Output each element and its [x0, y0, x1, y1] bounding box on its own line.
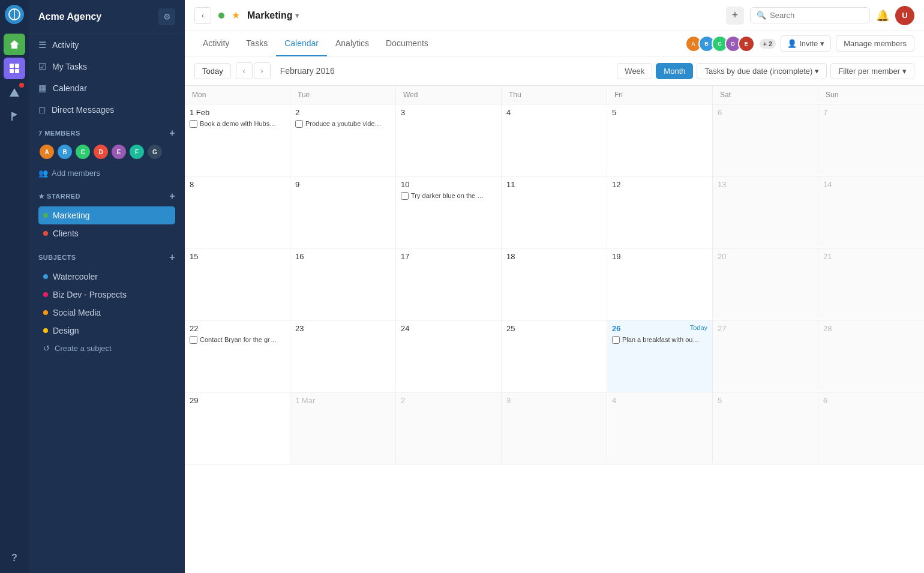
project-name[interactable]: Marketing ▾ — [247, 10, 299, 21]
cal-cell-mar2[interactable]: 2 — [396, 392, 502, 464]
cal-cell-feb5[interactable]: 5 — [607, 104, 713, 176]
member-avatar-4[interactable]: D — [92, 143, 109, 160]
grid-nav-icon[interactable] — [4, 58, 25, 79]
tasks-filter-label: Tasks by due date (incomplete) — [704, 67, 812, 76]
app-logo[interactable] — [5, 5, 24, 24]
member-avatar-6[interactable]: F — [128, 143, 145, 160]
flag-nav-icon[interactable] — [4, 106, 25, 127]
subject-bizdev[interactable]: Biz Dev - Prospects — [38, 286, 175, 304]
cal-cell-feb19[interactable]: 19 — [607, 248, 713, 320]
tab-documents[interactable]: Documents — [377, 31, 437, 56]
tab-tasks[interactable]: Tasks — [238, 31, 276, 56]
task-contact-bryan[interactable]: Contact Bryan for the greeti — [190, 335, 285, 344]
sidebar-item-activity[interactable]: ☰ Activity — [29, 34, 185, 56]
task-hubspot[interactable]: Book a demo with Hubspot — [190, 119, 285, 128]
next-month-button[interactable]: › — [254, 62, 271, 79]
cal-cell-feb3[interactable]: 3 — [396, 104, 502, 176]
task-darker-blue[interactable]: Try darker blue on the mobil — [401, 191, 496, 200]
cal-cell-feb28[interactable]: 28 — [818, 320, 924, 392]
cal-cell-mar4[interactable]: 4 — [607, 392, 713, 464]
cal-cell-feb6[interactable]: 6 — [713, 104, 818, 176]
add-members-button[interactable]: 👥 Add members — [38, 165, 175, 181]
search-input[interactable] — [770, 11, 863, 20]
cal-cell-feb9[interactable]: 9 — [290, 176, 396, 248]
member-avatar-1[interactable]: A — [38, 143, 55, 160]
cal-cell-feb8[interactable]: 8 — [185, 176, 290, 248]
cal-cell-feb17[interactable]: 17 — [396, 248, 502, 320]
cal-cell-feb20[interactable]: 20 — [713, 248, 818, 320]
cal-cell-mar3[interactable]: 3 — [502, 392, 607, 464]
task-checkbox-youtube[interactable] — [295, 120, 303, 128]
help-icon[interactable]: ? — [11, 553, 17, 563]
member-avatar-2[interactable]: B — [56, 143, 73, 160]
tab-calendar[interactable]: Calendar — [276, 31, 327, 56]
tasks-filter-button[interactable]: Tasks by due date (incomplete) ▾ — [697, 63, 827, 79]
search-icon: 🔍 — [757, 11, 766, 20]
task-checkbox-contact-bryan[interactable] — [190, 336, 197, 344]
member-avatar-5[interactable]: E — [110, 143, 127, 160]
cal-cell-feb13[interactable]: 13 — [713, 176, 818, 248]
prev-month-button[interactable]: ‹ — [236, 62, 253, 79]
cal-cell-feb29[interactable]: 29 — [185, 392, 290, 464]
cal-cell-feb10[interactable]: 10 Try darker blue on the mobil — [396, 176, 502, 248]
sidebar-item-calendar[interactable]: ▦ Calendar — [29, 77, 185, 99]
cal-cell-feb22[interactable]: 22 Contact Bryan for the greeti — [185, 320, 290, 392]
triangle-nav-icon[interactable] — [4, 82, 25, 103]
cal-cell-feb21[interactable]: 21 — [818, 248, 924, 320]
user-avatar[interactable]: U — [895, 6, 914, 25]
tab-activity[interactable]: Activity — [194, 31, 238, 56]
search-box[interactable]: 🔍 — [750, 7, 870, 23]
task-youtube[interactable]: Produce a youtube video for — [295, 119, 391, 128]
cal-cell-mar6[interactable]: 6 — [818, 392, 924, 464]
topbar-back-button[interactable]: ‹ — [194, 7, 211, 24]
invite-button[interactable]: 👤 Invite ▾ — [781, 35, 831, 52]
cal-cell-feb4[interactable]: 4 — [502, 104, 607, 176]
today-button[interactable]: Today — [194, 63, 231, 79]
task-checkbox-breakfast[interactable] — [612, 336, 620, 344]
week-view-button[interactable]: Week — [617, 63, 652, 79]
cal-cell-feb26[interactable]: 26 Today Plan a breakfast with our pa — [607, 320, 713, 392]
task-checkbox-darker-blue[interactable] — [401, 192, 409, 200]
member-avatar-7[interactable]: G — [146, 143, 163, 160]
home-nav-icon[interactable] — [4, 34, 25, 55]
starred-item-marketing[interactable]: Marketing — [38, 206, 175, 224]
cal-cell-feb14[interactable]: 14 — [818, 176, 924, 248]
sidebar-item-my-tasks[interactable]: ☑ My Tasks — [29, 56, 185, 77]
subject-watercooler[interactable]: Watercooler — [38, 268, 175, 286]
more-members-badge[interactable]: + 2 — [760, 39, 776, 49]
project-star-icon[interactable]: ★ — [232, 10, 240, 21]
cal-cell-feb25[interactable]: 25 — [502, 320, 607, 392]
subject-social-media[interactable]: Social Media — [38, 304, 175, 322]
cal-cell-feb7[interactable]: 7 — [818, 104, 924, 176]
cal-cell-feb23[interactable]: 23 — [290, 320, 396, 392]
cal-cell-feb16[interactable]: 16 — [290, 248, 396, 320]
add-subject-icon[interactable]: + — [169, 252, 175, 263]
tab-analytics[interactable]: Analytics — [327, 31, 377, 56]
add-task-button[interactable]: + — [726, 7, 744, 25]
task-checkbox-hubspot[interactable] — [190, 120, 197, 128]
add-starred-icon[interactable]: + — [169, 191, 175, 202]
subject-design[interactable]: Design — [38, 322, 175, 340]
task-breakfast[interactable]: Plan a breakfast with our pa — [612, 335, 707, 344]
cal-cell-feb27[interactable]: 27 — [713, 320, 818, 392]
cal-cell-feb11[interactable]: 11 — [502, 176, 607, 248]
add-member-icon[interactable]: + — [169, 128, 175, 139]
create-subject-button[interactable]: ↺ Create a subject — [38, 340, 175, 357]
member-filter-button[interactable]: Filter per member ▾ — [830, 63, 914, 79]
member-avatar-3[interactable]: C — [74, 143, 91, 160]
sidebar-item-direct-messages[interactable]: ◻ Direct Messages — [29, 99, 185, 121]
settings-button[interactable]: ⚙ — [158, 8, 175, 25]
starred-item-clients[interactable]: Clients — [38, 224, 175, 242]
date-mar5: 5 — [718, 396, 813, 405]
cal-cell-feb2[interactable]: 2 Produce a youtube video for — [290, 104, 396, 176]
cal-cell-feb1[interactable]: 1 Feb Book a demo with Hubspot — [185, 104, 290, 176]
month-view-button[interactable]: Month — [656, 63, 693, 79]
cal-cell-feb24[interactable]: 24 — [396, 320, 502, 392]
bell-icon[interactable]: 🔔 — [876, 9, 889, 22]
cal-cell-feb15[interactable]: 15 — [185, 248, 290, 320]
cal-cell-mar1[interactable]: 1 Mar — [290, 392, 396, 464]
manage-members-button[interactable]: Manage members — [836, 35, 914, 52]
cal-cell-feb12[interactable]: 12 — [607, 176, 713, 248]
cal-cell-feb18[interactable]: 18 — [502, 248, 607, 320]
cal-cell-mar5[interactable]: 5 — [713, 392, 818, 464]
